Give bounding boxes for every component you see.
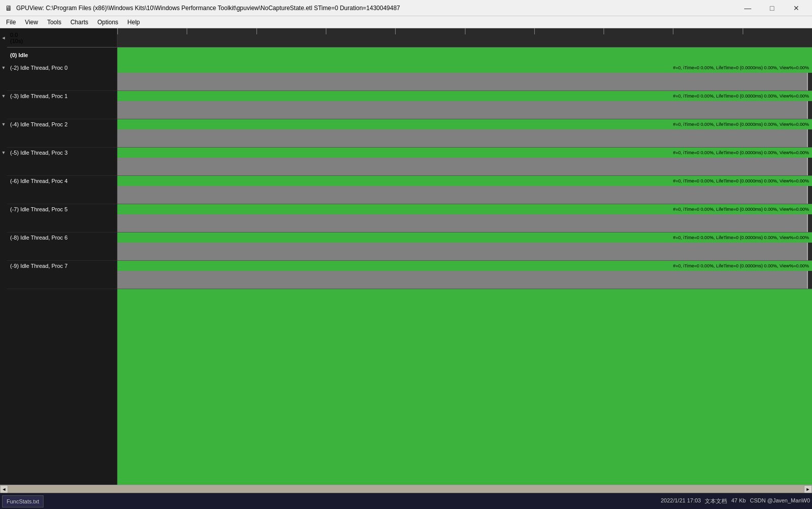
icon-t8b xyxy=(0,271,7,289)
thread-info-text-0: #=0, iTime=0 0.00%, LifeTime=0 (0.0000ms… xyxy=(673,65,809,70)
icon-t2b xyxy=(0,101,7,119)
tick-3 xyxy=(326,28,326,34)
bar-end-cap-4 xyxy=(807,186,812,204)
hscroll-bar: ◄ ► xyxy=(0,485,812,493)
title-text: GPUView: C:\Program Files (x86)\Windows … xyxy=(16,5,400,12)
ruler-ticks xyxy=(117,28,812,47)
icon-t4b xyxy=(0,158,7,176)
content-wrapper: ◄ ▼ ▼ ▼ ▼ 0.0 (10s) xyxy=(0,28,812,509)
thread-info-text-4: #=0, iTime=0 0.00%, LifeTime=0 (0.0000ms… xyxy=(673,178,809,183)
tick-5 xyxy=(465,28,465,34)
hscroll-track[interactable] xyxy=(8,485,804,493)
bar-end-cap-3 xyxy=(807,158,812,175)
menu-view[interactable]: View xyxy=(21,17,42,28)
thread-bar-track-5 xyxy=(117,214,812,233)
ruler-label: 0.0 (10s) xyxy=(7,28,117,48)
menu-charts[interactable]: Charts xyxy=(66,17,92,28)
tick-0 xyxy=(117,28,118,34)
menu-help[interactable]: Help xyxy=(123,17,144,28)
maximize-button[interactable]: □ xyxy=(760,0,784,16)
thread-bar-track-0 xyxy=(117,73,812,91)
bar-end-cap-0 xyxy=(807,73,812,90)
thread-label-0: (-2) Idle Thread, Proc 0 xyxy=(7,63,117,73)
menu-tools[interactable]: Tools xyxy=(43,17,65,28)
taskbar-item-funcstats[interactable]: FuncStats.txt xyxy=(2,495,44,507)
time-value: 0.0 xyxy=(10,32,117,38)
thread-bar-label-0 xyxy=(7,73,117,91)
thread-info-text-1: #=0, iTime=0 0.00%, LifeTime=0 (0.0000ms… xyxy=(673,94,809,99)
minimize-button[interactable]: — xyxy=(736,0,759,16)
time-unit: (10s) xyxy=(10,38,117,44)
tick-8 xyxy=(673,28,673,34)
thread-info-track-7: #=0, iTime=0 0.00%, LifeTime=0 (0.0000ms… xyxy=(117,261,812,271)
menu-bar: File View Tools Charts Options Help xyxy=(0,16,812,28)
right-tracks[interactable]: #=0, iTime=0 0.00%, LifeTime=0 (0.0000ms… xyxy=(117,28,812,485)
icon-t7 xyxy=(0,233,7,243)
icon-t1: ▼ xyxy=(0,63,7,73)
thread-label-2: (-4) Idle Thread, Proc 2 xyxy=(7,119,117,129)
thread-bar-label-3 xyxy=(7,158,117,176)
hscroll-right-button[interactable]: ► xyxy=(804,485,812,493)
tick-7 xyxy=(604,28,604,34)
taskbar-right: 2022/1/21 17:03 文本文档 47 Kb CSDN @Javen_M… xyxy=(661,497,810,505)
thread-bar-track-3 xyxy=(117,158,812,176)
icon-t6b xyxy=(0,214,7,233)
thread-label-3: (-5) Idle Thread, Proc 3 xyxy=(7,148,117,158)
thread-bar-label-5 xyxy=(7,214,117,233)
thread-bar-track-6 xyxy=(117,243,812,261)
thread-info-text-6: #=0, iTime=0 0.00%, LifeTime=0 (0.0000ms… xyxy=(673,235,809,240)
hscroll-left-button[interactable]: ◄ xyxy=(0,485,8,493)
tick-2 xyxy=(257,28,257,34)
bar-end-cap-2 xyxy=(807,129,812,147)
taskbar-datetime: 2022/1/21 17:03 xyxy=(661,497,701,505)
thread-info-track-4: #=0, iTime=0 0.00%, LifeTime=0 (0.0000ms… xyxy=(117,176,812,186)
tick-9 xyxy=(743,28,743,34)
thread-info-track-3: #=0, iTime=0 0.00%, LifeTime=0 (0.0000ms… xyxy=(117,148,812,158)
thread-bar-track-1 xyxy=(117,101,812,119)
thread-bar-track-2 xyxy=(117,129,812,148)
thread-label-6: (-8) Idle Thread, Proc 6 xyxy=(7,233,117,243)
icon-cell-ruler: ◄ xyxy=(0,28,7,48)
title-bar: 🖥 GPUView: C:\Program Files (x86)\Window… xyxy=(0,0,812,16)
thread-bar-label-7 xyxy=(7,271,117,289)
thread-info-text-3: #=0, iTime=0 0.00%, LifeTime=0 (0.0000ms… xyxy=(673,150,809,155)
bar-end-cap-7 xyxy=(807,271,812,289)
icon-t6 xyxy=(0,204,7,214)
bar-end-cap-1 xyxy=(807,101,812,119)
tick-1 xyxy=(187,28,187,34)
ruler-track xyxy=(117,28,812,48)
menu-options[interactable]: Options xyxy=(94,17,122,28)
tick-4 xyxy=(395,28,396,34)
thread-label-4: (-6) Idle Thread, Proc 4 xyxy=(7,176,117,186)
icon-t1b xyxy=(0,73,7,91)
thread-bar-track-4 xyxy=(117,186,812,204)
rows-track-area: ◄ ▼ ▼ ▼ ▼ 0.0 (10s) xyxy=(0,28,812,485)
proc-header-label-0: (0) Idle xyxy=(7,48,117,63)
icon-t3b xyxy=(0,129,7,148)
menu-file[interactable]: File xyxy=(2,17,20,28)
icon-t8 xyxy=(0,261,7,271)
icon-t5b xyxy=(0,186,7,204)
close-button[interactable]: ✕ xyxy=(785,0,808,16)
thread-bar-track-7 xyxy=(117,271,812,289)
taskbar-doctype: 文本文档 xyxy=(705,497,727,505)
thread-info-track-0: #=0, iTime=0 0.00%, LifeTime=0 (0.0000ms… xyxy=(117,63,812,73)
icon-t3: ▼ xyxy=(0,119,7,129)
green-footer xyxy=(117,289,812,485)
window-controls: — □ ✕ xyxy=(736,0,808,16)
thread-info-track-5: #=0, iTime=0 0.00%, LifeTime=0 (0.0000ms… xyxy=(117,204,812,214)
icon-t5 xyxy=(0,176,7,186)
thread-info-text-2: #=0, iTime=0 0.00%, LifeTime=0 (0.0000ms… xyxy=(673,122,809,127)
thread-info-track-6: #=0, iTime=0 0.00%, LifeTime=0 (0.0000ms… xyxy=(117,233,812,243)
proc-header-track-0 xyxy=(117,48,812,63)
icon-proc xyxy=(0,48,7,63)
icon-t2: ▼ xyxy=(0,91,7,101)
thread-label-5: (-7) Idle Thread, Proc 5 xyxy=(7,204,117,214)
left-icons: ◄ ▼ ▼ ▼ ▼ xyxy=(0,28,7,485)
thread-info-track-2: #=0, iTime=0 0.00%, LifeTime=0 (0.0000ms… xyxy=(117,119,812,129)
thread-info-text-7: #=0, iTime=0 0.00%, LifeTime=0 (0.0000ms… xyxy=(673,263,809,268)
thread-info-text-5: #=0, iTime=0 0.00%, LifeTime=0 (0.0000ms… xyxy=(673,207,809,212)
taskbar-watermark: CSDN @Javen_ManW0 xyxy=(750,497,810,505)
thread-bar-label-1 xyxy=(7,101,117,119)
taskbar: FuncStats.txt 2022/1/21 17:03 文本文档 47 Kb… xyxy=(0,493,812,509)
